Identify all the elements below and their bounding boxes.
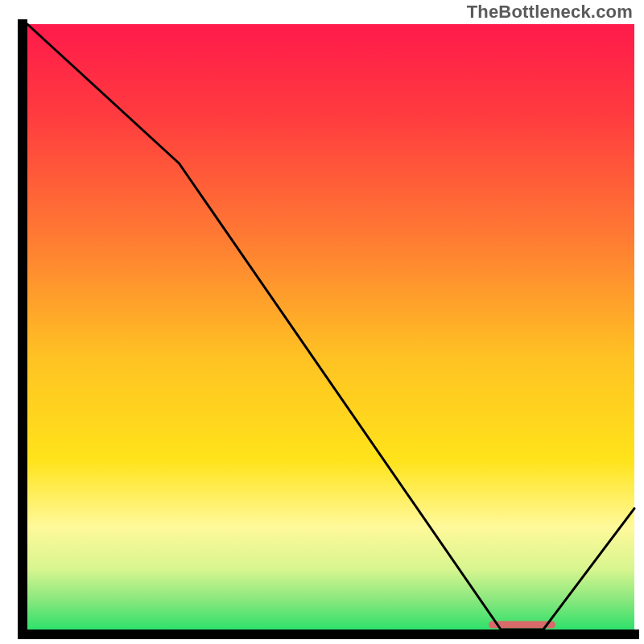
bottleneck-chart [0, 0, 644, 644]
y-axis-line [18, 19, 27, 639]
chart-container: TheBottleneck.com [0, 0, 644, 644]
x-axis-line [18, 630, 639, 639]
watermark-text: TheBottleneck.com [467, 2, 633, 23]
heat-gradient [27, 24, 634, 630]
